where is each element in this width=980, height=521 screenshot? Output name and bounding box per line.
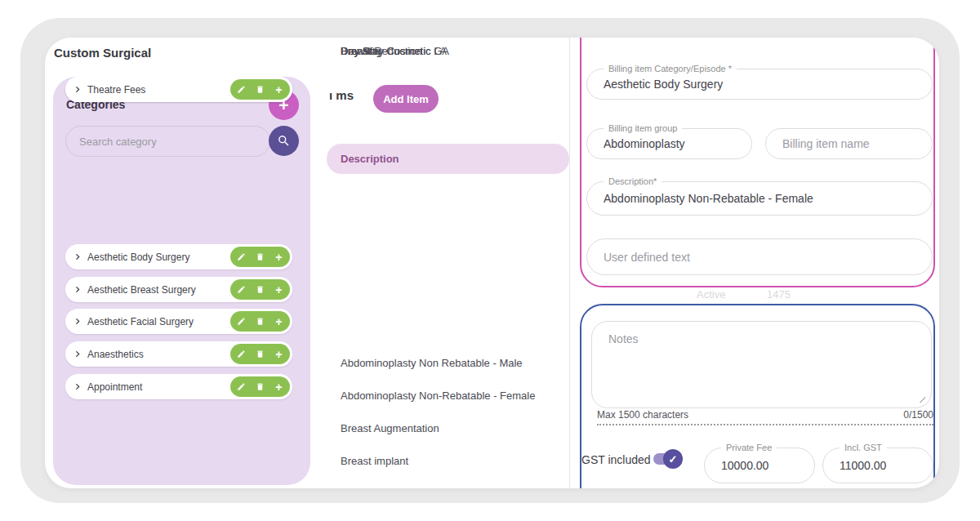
trash-icon bbox=[256, 350, 265, 358]
pencil-icon bbox=[237, 285, 246, 294]
description-input[interactable] bbox=[587, 182, 932, 215]
category-label: Anaesthetics bbox=[87, 349, 144, 360]
delete-category-button[interactable] bbox=[253, 283, 268, 297]
category-row[interactable]: Theatre Fees + bbox=[65, 77, 292, 102]
user-defined-text-input[interactable] bbox=[587, 239, 932, 274]
add-subcategory-button[interactable]: + bbox=[271, 250, 286, 265]
item-row[interactable]: Day Stay Cosmetic LA bbox=[327, 38, 564, 64]
plus-icon: + bbox=[275, 283, 282, 296]
description-header-label: Description bbox=[341, 153, 399, 165]
category-label: Aesthetic Body Surgery bbox=[87, 252, 189, 263]
add-subcategory-button[interactable]: + bbox=[271, 314, 286, 329]
incl-gst-label: Incl. GST bbox=[840, 442, 887, 453]
gst-included-toggle[interactable]: ✓ bbox=[653, 448, 686, 470]
category-actions: + bbox=[230, 247, 290, 267]
chevron-right-icon bbox=[74, 350, 82, 358]
item-label: Breast Augmentation bbox=[341, 422, 439, 434]
pencil-icon bbox=[237, 350, 246, 358]
ghost-active-text: Active bbox=[697, 288, 725, 301]
search-icon bbox=[277, 134, 291, 148]
billing-category-label: Billing item Category/Episode * bbox=[604, 63, 737, 74]
category-search-input[interactable] bbox=[66, 127, 270, 156]
item-label: Breast implant bbox=[341, 455, 408, 467]
ghost-number-text: 1475 bbox=[767, 288, 791, 301]
delete-category-button[interactable] bbox=[253, 314, 268, 329]
toggle-thumb: ✓ bbox=[663, 449, 683, 469]
incl-gst-input[interactable] bbox=[823, 448, 933, 483]
description-column-header: Description bbox=[327, 144, 569, 174]
description-field: Description* bbox=[586, 181, 933, 216]
item-label: Abdominoplasty Non-Rebatable - Female bbox=[341, 390, 535, 402]
category-actions: + bbox=[230, 376, 290, 397]
trash-icon bbox=[256, 317, 265, 326]
category-row[interactable]: Aesthetic Body Surgery + bbox=[65, 244, 292, 269]
edit-category-button[interactable] bbox=[234, 283, 249, 297]
pencil-icon bbox=[237, 252, 246, 261]
notes-textarea[interactable] bbox=[592, 322, 931, 407]
user-defined-text-field bbox=[586, 238, 933, 275]
category-row[interactable]: Aesthetic Breast Surgery + bbox=[65, 277, 292, 302]
edit-category-button[interactable] bbox=[234, 347, 249, 362]
item-label: Day Stay Cosmetic LA bbox=[341, 45, 447, 57]
plus-icon: + bbox=[275, 381, 282, 394]
plus-icon: + bbox=[275, 251, 282, 264]
category-label: Aesthetic Facial Surgery bbox=[87, 316, 194, 327]
add-item-button[interactable]: Add Item bbox=[373, 85, 439, 113]
category-actions: + bbox=[230, 344, 290, 364]
billing-group-label: Billing item group bbox=[604, 122, 682, 134]
trash-icon bbox=[256, 252, 265, 261]
edit-category-button[interactable] bbox=[234, 314, 249, 329]
item-row[interactable]: Abdominoplasty Non-Rebatable - Female bbox=[327, 382, 564, 408]
items-title-partial: ı ms bbox=[329, 88, 354, 102]
pencil-icon bbox=[237, 85, 246, 94]
trash-icon bbox=[256, 85, 265, 94]
add-subcategory-button[interactable]: + bbox=[271, 283, 286, 297]
chevron-right-icon bbox=[74, 85, 82, 94]
notes-field bbox=[591, 321, 932, 408]
plus-icon: + bbox=[275, 315, 282, 328]
billing-category-field: Billing item Category/Episode * bbox=[586, 69, 933, 100]
edit-category-button[interactable] bbox=[234, 380, 249, 394]
add-subcategory-button[interactable]: + bbox=[271, 82, 286, 97]
delete-category-button[interactable] bbox=[253, 82, 268, 97]
pencil-icon bbox=[237, 382, 246, 391]
pencil-icon bbox=[237, 317, 246, 326]
private-fee-field: Private Fee bbox=[704, 448, 815, 483]
item-row[interactable]: Abdominoplasty Non Rebatable - Male bbox=[327, 350, 564, 376]
page-title: Custom Surgical bbox=[54, 46, 151, 60]
add-subcategory-button[interactable]: + bbox=[271, 380, 286, 394]
item-label: Abdominoplasty Non Rebatable - Male bbox=[341, 357, 523, 369]
check-icon: ✓ bbox=[669, 453, 678, 465]
category-row[interactable]: Anaesthetics + bbox=[65, 341, 292, 367]
category-actions: + bbox=[230, 311, 290, 332]
billing-name-input[interactable] bbox=[766, 129, 932, 158]
private-fee-input[interactable] bbox=[705, 448, 814, 483]
billing-name-field bbox=[765, 128, 933, 159]
category-actions: + bbox=[230, 79, 290, 100]
character-limit-row: Max 1500 characters 0/1500 bbox=[597, 409, 933, 425]
description-label: Description* bbox=[604, 176, 662, 187]
chevron-right-icon bbox=[74, 285, 82, 294]
plus-icon: + bbox=[275, 83, 282, 96]
chevron-right-icon bbox=[74, 382, 82, 391]
category-row[interactable]: Appointment + bbox=[65, 374, 292, 399]
main-card: Custom Surgical Categories + Aesthetic B… bbox=[45, 38, 939, 488]
vertical-divider bbox=[569, 38, 570, 488]
trash-icon bbox=[256, 285, 265, 294]
delete-category-button[interactable] bbox=[253, 347, 268, 362]
delete-category-button[interactable] bbox=[253, 250, 268, 265]
edit-category-button[interactable] bbox=[234, 82, 249, 97]
categories-panel: Categories + Aesthetic Body Surgery + Ae… bbox=[53, 77, 310, 485]
category-row[interactable]: Aesthetic Facial Surgery + bbox=[65, 309, 292, 334]
item-row[interactable]: Breast implant bbox=[327, 448, 564, 474]
plus-icon: + bbox=[275, 348, 282, 361]
edit-category-button[interactable] bbox=[234, 250, 249, 265]
add-subcategory-button[interactable]: + bbox=[271, 347, 286, 362]
delete-category-button[interactable] bbox=[253, 380, 268, 394]
category-search-field bbox=[65, 126, 270, 157]
search-category-button[interactable] bbox=[269, 126, 299, 156]
chevron-right-icon bbox=[74, 317, 82, 326]
gst-included-label: GST included bbox=[581, 453, 651, 466]
private-fee-label: Private Fee bbox=[721, 442, 777, 453]
item-row[interactable]: Breast Augmentation bbox=[327, 415, 564, 441]
